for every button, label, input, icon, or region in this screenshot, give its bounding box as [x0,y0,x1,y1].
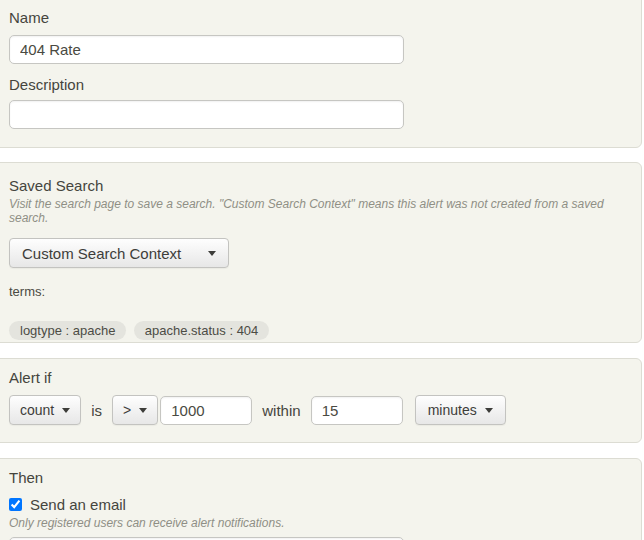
name-input[interactable] [9,35,404,64]
time-window-input[interactable] [311,396,403,425]
within-label: within [262,402,300,419]
metric-dropdown[interactable]: count [9,395,81,425]
name-label: Name [9,9,641,26]
terms-label: terms: [9,284,641,299]
then-section: Then Send an email Only registered users… [0,458,642,540]
send-email-row: Send an email [9,496,641,513]
description-input[interactable] [9,100,404,129]
name-description-section: Name Description [0,0,642,148]
metric-dropdown-value: count [20,402,54,418]
term-tag: logtype : apache [9,321,126,340]
caret-down-icon [62,408,70,413]
caret-down-icon [208,251,216,256]
saved-search-section: Saved Search Visit the search page to sa… [0,162,642,343]
send-email-label[interactable]: Send an email [30,496,126,513]
then-title: Then [9,469,641,486]
description-label: Description [9,76,641,93]
saved-search-hint: Visit the search page to save a search. … [9,197,641,225]
alert-if-title: Alert if [9,369,641,386]
email-hint: Only registered users can receive alert … [9,516,641,530]
time-unit-dropdown[interactable]: minutes [415,395,506,425]
alert-condition-row: count is > within minutes [9,395,641,425]
threshold-input[interactable] [160,396,252,425]
saved-search-title: Saved Search [9,177,641,194]
operator-dropdown-value: > [123,402,131,418]
caret-down-icon [485,408,493,413]
term-tag: apache.status : 404 [134,321,269,340]
terms-row: logtype : apache apache.status : 404 [9,321,641,340]
is-label: is [91,402,102,419]
time-unit-dropdown-value: minutes [428,402,477,418]
send-email-checkbox[interactable] [9,498,22,511]
alert-if-section: Alert if count is > within minutes [0,358,642,443]
search-context-dropdown[interactable]: Custom Search Context [9,238,229,268]
search-context-dropdown-value: Custom Search Context [22,245,181,262]
operator-dropdown[interactable]: > [112,395,158,425]
caret-down-icon [139,408,147,413]
